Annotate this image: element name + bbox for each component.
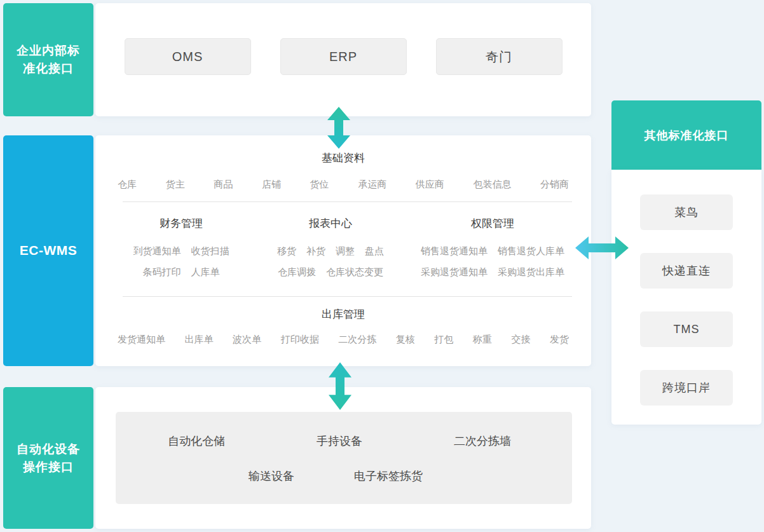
item-label: 仓库调拨 <box>278 265 316 278</box>
item-label: 出库单 <box>185 332 214 346</box>
item-label: 包装信息 <box>473 177 511 191</box>
item-label: 输送设备 <box>249 468 294 484</box>
double-arrow-vertical-top-icon <box>327 107 350 149</box>
permissions-items-row-1: 销售退货通知单销售退货人库单 <box>394 244 591 257</box>
item-label: 复核 <box>396 332 415 346</box>
devices-box: 自动化仓储手持设备二次分拣墙 输送设备电子标签拣货 <box>116 412 572 504</box>
double-arrow-horizontal-icon <box>575 236 629 259</box>
other-interface-panel: 菜鸟 快递直连 TMS 跨境口岸 <box>611 170 761 425</box>
item-label: 采购退货通知单 <box>421 265 488 278</box>
item-label: 店铺 <box>262 177 281 191</box>
item-label: 商品 <box>214 177 233 191</box>
item-label: 调整 <box>336 244 355 257</box>
item-label: 人库单 <box>191 265 220 278</box>
item-label: 补货 <box>306 244 325 257</box>
item-label: 销售退货人库单 <box>498 244 564 257</box>
wms-modules-panel: 基础资料 仓库货主商品店铺货位承运商供应商包装信息分销商 财务管理 到货通知单收… <box>95 135 591 366</box>
item-label: 二次分拣墙 <box>454 433 511 449</box>
interface-chip-cainiao: 菜鸟 <box>640 194 733 230</box>
finance-items-row-2: 条码打印人库单 <box>95 265 267 278</box>
internal-interface-label: 企业内部标准化接口 <box>15 42 82 77</box>
outbound-items-row: 发货通知单出库单波次单打印收据二次分拣复核打包称重交接发货 <box>95 332 591 346</box>
item-label: 打包 <box>434 332 453 346</box>
reports-items-row-1: 移货补货调整盘点 <box>267 244 394 257</box>
reports-items-row-2: 仓库调拨仓库状态变更 <box>267 265 394 278</box>
item-label: 打印收据 <box>281 332 319 346</box>
internal-interface-label-box: 企业内部标准化接口 <box>3 3 93 116</box>
item-label: 交接 <box>511 332 530 346</box>
devices-row-1: 自动化仓储手持设备二次分拣墙 <box>116 412 572 449</box>
section-title-reports: 报表中心 <box>267 216 394 231</box>
finance-items-row-1: 到货通知单收货扫描 <box>95 244 267 257</box>
other-interface-title: 其他标准化接口 <box>645 128 729 143</box>
item-label: 二次分拣 <box>338 332 376 346</box>
reports-column: 报表中心 移货补货调整盘点 仓库调拨仓库状态变更 <box>267 216 394 278</box>
item-label: 销售退货通知单 <box>421 244 488 257</box>
item-label: 称重 <box>473 332 492 346</box>
system-chip-qimen: 奇门 <box>436 38 563 75</box>
interface-chip-express-direct: 快递直连 <box>640 253 733 289</box>
divider <box>123 201 572 202</box>
item-label: 供应商 <box>416 177 444 191</box>
other-interface-header: 其他标准化接口 <box>611 100 761 170</box>
section-title-permissions: 权限管理 <box>394 216 591 231</box>
ec-wms-label-box: EC-WMS <box>3 135 93 366</box>
system-chip-erp: ERP <box>280 38 407 75</box>
section-title-outbound: 出库管理 <box>95 307 591 322</box>
double-arrow-vertical-bottom-icon <box>329 362 351 410</box>
device-interface-label-box: 自动化设备操作接口 <box>3 387 93 529</box>
finance-column: 财务管理 到货通知单收货扫描 条码打印人库单 <box>95 216 267 278</box>
interface-chip-crossborder: 跨境口岸 <box>640 370 733 406</box>
item-label: 盘点 <box>365 244 384 257</box>
section-title-finance: 财务管理 <box>95 216 267 231</box>
device-interface-label: 自动化设备操作接口 <box>15 440 82 475</box>
item-label: 波次单 <box>233 332 261 346</box>
item-label: 到货通知单 <box>133 244 181 257</box>
item-label: 仓库状态变更 <box>326 265 383 278</box>
item-label: 条码打印 <box>143 265 181 278</box>
module-columns: 财务管理 到货通知单收货扫描 条码打印人库单 报表中心 移货补货调整盘点 仓库调… <box>95 216 591 278</box>
permissions-column: 权限管理 销售退货通知单销售退货人库单 采购退货通知单采购退货出库单 <box>394 216 591 278</box>
divider <box>123 296 572 297</box>
item-label: 采购退货出库单 <box>498 265 564 278</box>
item-label: 移货 <box>277 244 296 257</box>
permissions-items-row-2: 采购退货通知单采购退货出库单 <box>394 265 591 278</box>
system-chip-oms: OMS <box>125 38 251 75</box>
external-systems-panel: OMS ERP 奇门 <box>95 3 591 116</box>
devices-row-2: 输送设备电子标签拣货 <box>107 468 564 484</box>
item-label: 自动化仓储 <box>168 433 225 449</box>
item-label: 收货扫描 <box>191 244 229 257</box>
wms-architecture-diagram: 企业内部标准化接口 EC-WMS 自动化设备操作接口 OMS ERP 奇门 基础… <box>0 0 764 532</box>
item-label: 承运商 <box>358 177 386 191</box>
basic-data-items-row: 仓库货主商品店铺货位承运商供应商包装信息分销商 <box>95 177 591 191</box>
item-label: 发货 <box>550 332 569 346</box>
item-label: 货位 <box>310 177 329 191</box>
item-label: 电子标签拣货 <box>354 468 423 484</box>
item-label: 发货通知单 <box>118 332 165 346</box>
item-label: 货主 <box>166 177 185 191</box>
ec-wms-label: EC-WMS <box>20 241 78 260</box>
item-label: 仓库 <box>118 177 137 191</box>
item-label: 分销商 <box>540 177 569 191</box>
interface-chip-tms: TMS <box>640 311 733 347</box>
item-label: 手持设备 <box>317 433 362 449</box>
